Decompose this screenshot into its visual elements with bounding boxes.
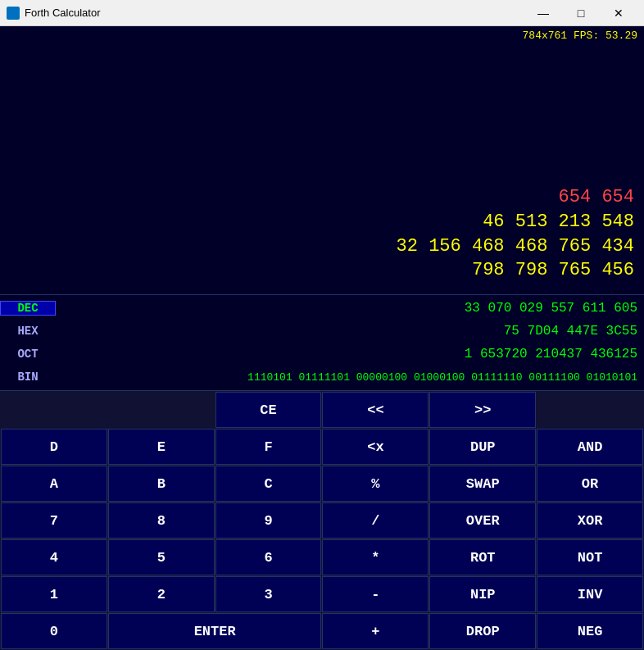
swap-button[interactable]: SWAP [429,466,536,502]
oct-label[interactable]: OCT [0,348,56,361]
2-button[interactable]: 2 [108,576,215,612]
stack-row-2: 46 513 213 548 [7,210,637,234]
and-button[interactable]: AND [537,429,643,465]
base-display: DEC 33 070 029 557 611 605 HEX 75 7D04 4… [0,294,644,390]
a-button[interactable]: A [1,466,107,502]
stack-row-3: 32 156 468 468 765 434 [7,234,637,259]
9-button[interactable]: 9 [215,502,322,539]
rshift-button[interactable]: >> [429,392,536,428]
3-button[interactable]: 3 [215,576,322,612]
empty-2 [108,392,215,428]
dec-row: DEC 33 070 029 557 611 605 [0,297,644,320]
inv-button[interactable]: INV [537,576,643,612]
6-button[interactable]: 6 [215,539,322,575]
bin-label[interactable]: BIN [0,370,56,384]
oct-row: OCT 1 653720 210437 436125 [0,343,644,366]
7-button[interactable]: 7 [1,502,107,539]
dec-label[interactable]: DEC [0,301,56,316]
empty-1 [1,392,107,428]
drop-button[interactable]: DROP [429,613,536,649]
maximize-button[interactable]: □ [562,0,600,26]
main-area: 784x761 FPS: 53.29 654 654 46 513 213 54… [0,26,644,650]
stack-row-4: 798 798 765 456 [7,258,637,283]
hex-row: HEX 75 7D04 447E 3C55 [0,320,644,343]
e-button[interactable]: E [108,429,215,465]
over-button[interactable]: OVER [429,502,536,539]
window-title: Forth Calculator [25,7,100,19]
mod-button[interactable]: % [322,466,429,502]
swapx-button[interactable]: <x [322,429,429,465]
4-button[interactable]: 4 [1,539,107,575]
c-button[interactable]: C [215,466,322,502]
0-button[interactable]: 0 [1,613,107,649]
oct-value: 1 653720 210437 436125 [56,347,644,361]
lshift-button[interactable]: << [322,392,429,428]
bin-value: 1110101 01111101 00000100 01000100 01111… [56,371,644,384]
enter-button[interactable]: ENTER [108,613,322,649]
not-button[interactable]: NOT [537,539,643,575]
d-button[interactable]: D [1,429,107,465]
ce-button[interactable]: CE [215,392,322,428]
hex-value: 75 7D04 447E 3C55 [56,324,644,339]
or-button[interactable]: OR [537,466,643,502]
1-button[interactable]: 1 [1,576,107,612]
app-icon [7,7,20,20]
stack-display: 784x761 FPS: 53.29 654 654 46 513 213 54… [0,26,644,294]
b-button[interactable]: B [108,466,215,502]
titlebar: Forth Calculator — □ ✕ [0,0,644,26]
hex-label[interactable]: HEX [0,325,56,338]
close-button[interactable]: ✕ [600,0,637,26]
xor-button[interactable]: XOR [537,502,643,539]
stack-row-1: 654 654 [7,185,637,210]
rot-button[interactable]: ROT [429,539,536,575]
nip-button[interactable]: NIP [429,576,536,612]
empty-3 [537,392,643,428]
titlebar-left: Forth Calculator [7,7,100,20]
mul-button[interactable]: * [322,539,429,575]
5-button[interactable]: 5 [108,539,215,575]
sub-button[interactable]: - [322,576,429,612]
dup-button[interactable]: DUP [429,429,536,465]
keypad: CE << >> D E F <x DUP AND A B C % SWAP O… [0,390,644,650]
div-button[interactable]: / [322,502,429,539]
8-button[interactable]: 8 [108,502,215,539]
add-button[interactable]: + [322,613,429,649]
neg-button[interactable]: NEG [537,613,643,649]
bin-row: BIN 1110101 01111101 00000100 01000100 0… [0,366,644,389]
f-button[interactable]: F [215,429,322,465]
minimize-button[interactable]: — [524,0,562,26]
window-controls: — □ ✕ [524,0,637,26]
fps-counter: 784x761 FPS: 53.29 [523,30,637,42]
dec-value: 33 070 029 557 611 605 [56,301,644,316]
